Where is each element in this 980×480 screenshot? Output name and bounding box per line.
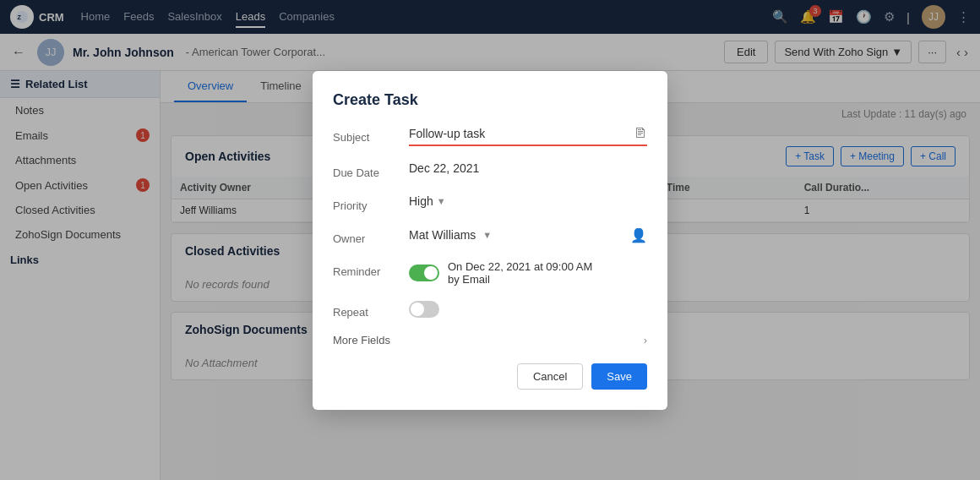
modal-due-date-input[interactable]: Dec 22, 2021 [409,161,647,175]
modal-reminder-input: On Dec 22, 2021 at 09:00 AM by Email [409,260,647,286]
reminder-text-block: On Dec 22, 2021 at 09:00 AM by Email [448,260,592,286]
modal-subject-text[interactable]: Follow-up task [409,127,627,140]
modal-owner-row: Mat Williams ▼ 👤 [409,227,647,243]
modal-reminder-value: On Dec 22, 2021 at 09:00 AM [448,260,592,273]
modal-subject-icon: 🖹 [634,126,647,141]
modal-reminder-label: Reminder [333,260,409,278]
create-task-modal: Create Task Subject Follow-up task 🖹 Due… [313,71,667,410]
modal-subject-label: Subject [333,126,409,144]
repeat-toggle[interactable] [409,301,439,318]
save-button[interactable]: Save [591,363,647,390]
modal-reminder-by: by Email [448,273,592,286]
modal-owner-field: Owner Mat Williams ▼ 👤 [333,227,647,245]
modal-due-date-label: Due Date [333,161,409,179]
modal-more-label: More Fields [333,334,390,346]
modal-more-fields[interactable]: More Fields › [333,334,647,346]
cancel-button[interactable]: Cancel [517,363,583,390]
modal-due-date-field: Due Date Dec 22, 2021 [333,161,647,179]
modal-priority-value: High [409,194,433,208]
modal-subject-input-area: Follow-up task 🖹 [409,126,647,146]
owner-chevron-icon: ▼ [482,230,492,240]
owner-person-icon: 👤 [630,227,647,243]
modal-priority-input[interactable]: High ▼ [409,194,647,208]
modal-footer: Cancel Save [333,363,647,390]
modal-title: Create Task [333,91,647,109]
repeat-toggle-knob [411,303,424,316]
modal-priority-label: Priority [333,194,409,212]
priority-chevron-icon: ▼ [437,196,446,206]
modal-owner-label: Owner [333,227,409,245]
modal-overlay: Create Task Subject Follow-up task 🖹 Due… [0,0,980,480]
modal-owner-value: Mat Williams [409,228,476,242]
modal-reminder-row: On Dec 22, 2021 at 09:00 AM by Email [409,260,647,286]
reminder-toggle[interactable] [409,265,439,281]
modal-subject-row: Follow-up task 🖹 [409,126,647,146]
modal-owner-input[interactable]: Mat Williams ▼ 👤 [409,227,647,243]
more-fields-chevron-icon: › [644,334,647,346]
toggle-knob [424,266,438,280]
modal-priority-field: Priority High ▼ [333,194,647,212]
modal-repeat-input [409,301,647,318]
modal-reminder-field: Reminder On Dec 22, 2021 at 09:00 AM by … [333,260,647,286]
modal-repeat-label: Repeat [333,301,409,319]
modal-due-date-value: Dec 22, 2021 [409,161,479,175]
modal-repeat-field: Repeat [333,301,647,319]
modal-priority-row: High ▼ [409,194,647,208]
modal-subject-field: Subject Follow-up task 🖹 [333,126,647,146]
